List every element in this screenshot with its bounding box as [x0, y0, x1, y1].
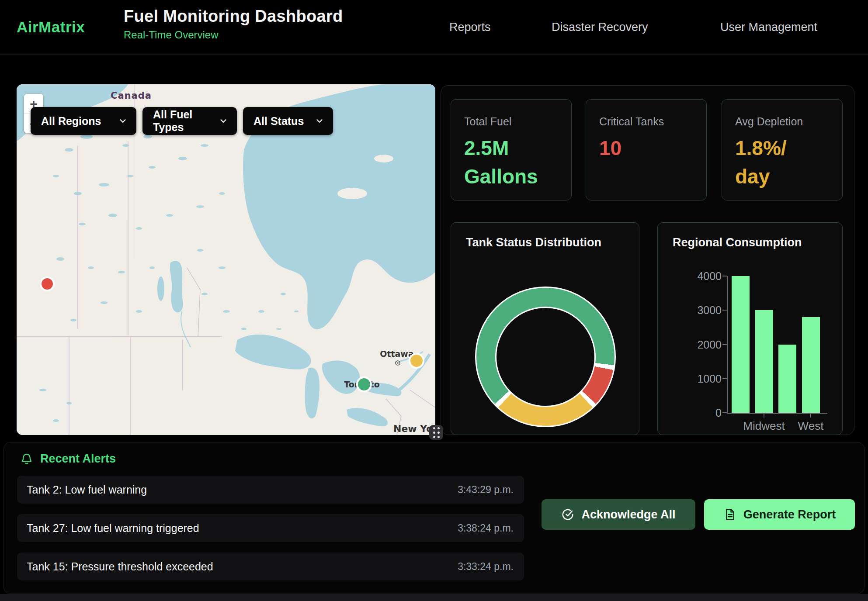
bell-icon — [20, 452, 33, 466]
map-town-symbol-dot — [397, 362, 398, 363]
donut-hole — [495, 307, 596, 407]
acknowledge-all-label: Acknowledge All — [581, 508, 675, 522]
y-tick — [722, 310, 727, 311]
alert-timestamp: 3:38:24 p.m. — [458, 522, 514, 534]
page-title: Fuel Monitoring Dashboard — [124, 7, 343, 26]
dashboard: AirMatrix Fuel Monitoring Dashboard Real… — [0, 0, 868, 601]
tank-marker-critical[interactable] — [41, 277, 54, 290]
y-tick-label: 0 — [682, 407, 722, 419]
fuel-type-filter-select[interactable]: All Fuel Types — [142, 107, 237, 135]
alert-message: Tank 15: Pressure threshold exceeded — [27, 560, 213, 573]
y-tick — [722, 276, 727, 276]
stat-label: Critical Tanks — [599, 115, 696, 128]
stat-card-avg-depletion: Avg Depletion 1.8%/day — [722, 99, 843, 200]
generate-report-button[interactable]: Generate Report — [704, 499, 855, 530]
map-lake-winnipeg — [170, 261, 183, 312]
map-island — [374, 155, 393, 162]
stat-value: 10 — [599, 134, 696, 162]
bar — [755, 310, 773, 413]
alert-timestamp: 3:33:24 p.m. — [458, 561, 514, 573]
map-lake — [157, 276, 164, 301]
alert-row: Tank 15: Pressure threshold exceeded 3:3… — [17, 553, 524, 580]
y-tick-label: 1000 — [682, 373, 722, 385]
generate-report-label: Generate Report — [743, 508, 836, 522]
alerts-header: Recent Alerts — [20, 452, 116, 466]
map-filters: All Regions All Fuel Types All Status — [31, 107, 333, 135]
x-tick — [810, 414, 811, 418]
map-canvas[interactable]: Canada Ottawa Toronto New York — [17, 84, 435, 435]
alert-row: Tank 2: Low fuel warning 3:43:29 p.m. — [17, 476, 524, 504]
check-circle-icon — [561, 508, 574, 521]
alert-row: Tank 27: Low fuel warning triggered 3:38… — [17, 514, 524, 542]
bar — [802, 317, 820, 413]
document-icon — [723, 508, 736, 521]
map-label-ottawa: Ottawa — [380, 349, 414, 359]
x-axis — [727, 413, 827, 414]
status-filter-value: All Status — [253, 115, 304, 128]
tank-status-chart-card: Tank Status Distribution — [451, 222, 639, 435]
alerts-section: Recent Alerts Tank 2: Low fuel warning 3… — [3, 442, 865, 594]
y-axis — [727, 276, 728, 414]
alert-timestamp: 3:43:29 p.m. — [458, 484, 514, 496]
y-tick — [722, 412, 727, 413]
x-tick — [764, 414, 764, 418]
bar — [778, 345, 796, 413]
regional-consumption-chart-card: Regional Consumption 01000200030004000Mi… — [657, 222, 843, 435]
header: AirMatrix Fuel Monitoring Dashboard Real… — [0, 0, 868, 55]
stat-card-critical-tanks: Critical Tanks 10 — [586, 99, 707, 200]
app-logo: AirMatrix — [17, 18, 85, 36]
alert-message: Tank 2: Low fuel warning — [27, 484, 147, 496]
status-filter-select[interactable]: All Status — [243, 107, 333, 135]
stat-label: Total Fuel — [464, 115, 561, 128]
bottom-strip — [0, 594, 868, 601]
y-tick — [722, 344, 727, 345]
page-subtitle: Real-Time Overview — [124, 29, 343, 41]
y-tick-label: 2000 — [682, 338, 722, 351]
tank-marker-warning[interactable] — [410, 354, 424, 368]
nav-reports[interactable]: Reports — [449, 21, 491, 34]
stat-card-total-fuel: Total Fuel 2.5MGallons — [451, 99, 572, 200]
tank-marker-ok[interactable] — [357, 377, 371, 391]
map-resize-handle[interactable] — [429, 425, 443, 440]
nav-user-management[interactable]: User Management — [720, 21, 817, 34]
chart-title: Tank Status Distribution — [466, 236, 601, 249]
region-filter-value: All Regions — [41, 115, 101, 128]
region-filter-select[interactable]: All Regions — [31, 107, 136, 135]
alert-message: Tank 27: Low fuel warning triggered — [27, 522, 199, 535]
fuel-type-filter-value: All Fuel Types — [153, 108, 212, 134]
y-tick-label: 3000 — [682, 304, 722, 317]
acknowledge-all-button[interactable]: Acknowledge All — [542, 499, 695, 530]
regional-consumption-bar-chart: 01000200030004000MidwestWest — [658, 223, 842, 435]
title-block: Fuel Monitoring Dashboard Real-Time Over… — [124, 7, 343, 41]
tank-status-donut-chart — [475, 287, 616, 427]
stat-value: 1.8%/day — [735, 134, 832, 191]
chevron-down-icon — [118, 116, 128, 126]
x-tick-label: West — [780, 419, 841, 433]
stat-label: Avg Depletion — [735, 115, 832, 128]
alerts-title: Recent Alerts — [40, 452, 116, 466]
stat-value: 2.5MGallons — [464, 134, 561, 191]
map-island — [337, 188, 367, 199]
map-label-country: Canada — [111, 90, 152, 101]
metrics-panel: Total Fuel 2.5MGallons Critical Tanks 10… — [441, 85, 854, 435]
y-tick-label: 4000 — [682, 270, 722, 283]
y-tick — [722, 378, 727, 379]
map-panel: Canada Ottawa Toronto New York + − All R… — [17, 84, 435, 435]
bar — [732, 276, 750, 413]
chevron-down-icon — [219, 116, 228, 126]
nav-disaster-recovery[interactable]: Disaster Recovery — [552, 21, 648, 34]
chevron-down-icon — [315, 116, 324, 126]
